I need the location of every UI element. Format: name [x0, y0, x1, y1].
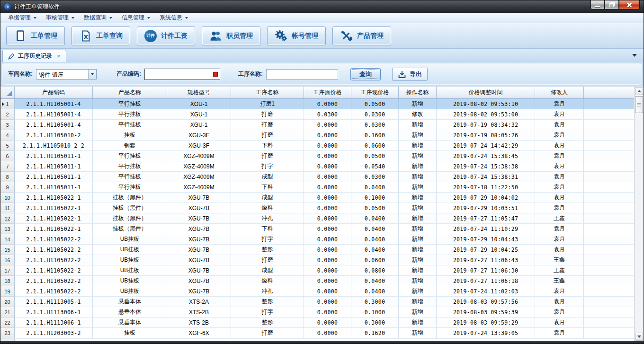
cell: 烧料 — [231, 203, 304, 213]
tab-close-icon[interactable]: × — [57, 53, 61, 59]
workshop-combobox[interactable]: 钢件-锻压 — [36, 69, 97, 79]
row-header[interactable]: 3 — [0, 120, 15, 130]
table-row[interactable]: 172.1.1.H1105022-2UB挂板XGU-7B成型0.00000.08… — [0, 265, 634, 276]
column-header[interactable]: 工序名称 — [231, 87, 304, 98]
cell: 新增 — [399, 276, 437, 286]
cell: 2.1.1.H1105001-4 — [15, 109, 93, 120]
table-row[interactable]: 92.1.1.H1105011-1平行挂板XGZ-4009M下料0.00000.… — [0, 182, 634, 193]
table-row[interactable]: 132.1.1.H1105022-1挂板（黑件）XGU-7B下料0.00000.… — [0, 224, 634, 234]
menu-item-documents[interactable]: 单据管理 — [3, 13, 41, 23]
combobox-dropdown-button[interactable] — [88, 70, 96, 79]
table-row[interactable]: 162.1.1.H1105022-2UB挂板XGU-7B打磨0.00000.06… — [0, 255, 634, 265]
row-header[interactable]: 15 — [0, 245, 15, 255]
row-header[interactable]: 18 — [0, 276, 15, 286]
scroll-up-button[interactable] — [635, 87, 643, 95]
scroll-down-button[interactable] — [635, 333, 643, 341]
menu-item-data-query[interactable]: 数据查询 — [79, 13, 117, 23]
workorder-query-button[interactable]: 工单查询 — [72, 26, 130, 45]
table-row[interactable]: 12.1.1.H1105001-4平行挂板XGU-1打磨10.00000.050… — [0, 99, 634, 109]
table-row[interactable]: 32.1.1.H1105001-4平行挂板XGU-1打磨0.00000.0300… — [0, 120, 634, 130]
account-manage-button[interactable]: 帐号管理 — [267, 26, 326, 45]
row-header[interactable]: 16 — [0, 255, 15, 265]
product-manage-button[interactable]: 产品管理 — [332, 26, 391, 45]
restore-button[interactable] — [605, 0, 619, 9]
cell: 2.1.1.H1113005-1 — [15, 297, 93, 307]
cell: 2019-08-03 09:57:56 — [437, 297, 535, 307]
row-header[interactable]: 10 — [0, 193, 15, 203]
table-row[interactable]: 232.1.1.H1203003-2挂板XGF-6X打磨0.00000.1620… — [0, 328, 634, 338]
tab-process-history[interactable]: 工序历史记录 × — [2, 50, 66, 62]
cell: 0.0500 — [351, 99, 399, 109]
table-row[interactable]: 102.1.1.H1105022-1挂板（黑件）XGU-7B成型0.00000.… — [0, 193, 634, 203]
row-header[interactable]: 22 — [0, 318, 15, 328]
table-row[interactable]: 192.1.1.H1105022-2UB挂板XGU-7B冲孔0.00000.04… — [0, 286, 634, 297]
column-header[interactable]: 工序现价格 — [351, 87, 399, 98]
row-header[interactable]: 19 — [0, 286, 15, 297]
table-row[interactable]: 112.1.1.H1105022-1挂板（黑件）XGU-7B烧料0.00000.… — [0, 203, 634, 213]
cell: 袁月 — [535, 224, 584, 234]
cell: 2019-08-02 09:53:00 — [437, 109, 535, 120]
cell: 0.1000 — [351, 307, 399, 318]
table-row[interactable]: 222.1.1.H1113006-1悬垂本体XTS-2B整形0.00000.30… — [0, 318, 634, 328]
vertical-scrollbar[interactable] — [634, 87, 644, 341]
column-header[interactable]: 修改人 — [535, 87, 584, 98]
table-row[interactable]: 52.1.1.H1105010-2-2钢套XGU-3F下料0.00000.060… — [0, 141, 634, 151]
row-header[interactable]: 5 — [0, 141, 15, 151]
table-row[interactable]: 152.1.1.H1105022-2UB挂板XGU-7B整形0.00000.04… — [0, 245, 634, 255]
row-header[interactable]: 11 — [0, 203, 15, 213]
menu-item-info[interactable]: 信息管理 — [117, 13, 155, 23]
query-button[interactable]: 查询 — [350, 68, 381, 80]
row-header[interactable]: 4 — [0, 130, 15, 141]
row-header[interactable]: 7 — [0, 161, 15, 172]
column-header[interactable]: 操作名称 — [399, 87, 437, 98]
menu-item-audit[interactable]: 审核管理 — [41, 13, 79, 23]
export-button[interactable]: 导出 — [392, 68, 428, 81]
table-row[interactable]: 182.1.1.H1105022-2UB挂板XGU-7B烧料0.00000.04… — [0, 276, 634, 286]
cell: 2.1.1.H1105001-4 — [15, 120, 93, 130]
menu-item-system[interactable]: 系统信息 — [155, 13, 193, 23]
cell: 袁月 — [535, 234, 584, 245]
minimize-button[interactable] — [590, 0, 605, 9]
tab-list-dropdown-icon[interactable] — [632, 54, 637, 57]
column-header[interactable]: 规格型号 — [167, 87, 231, 98]
staff-manage-button[interactable]: 职员管理 — [202, 26, 260, 45]
row-header[interactable]: 17 — [0, 265, 15, 276]
column-header[interactable]: 产品编码 — [15, 87, 93, 98]
column-header[interactable]: 产品名称 — [93, 87, 167, 98]
table-row[interactable]: 42.1.1.H1105010-2挂板XGU-3F打磨0.00000.1600新… — [0, 130, 634, 141]
select-all-corner[interactable] — [0, 87, 15, 98]
table-row[interactable]: 202.1.1.H1113005-1悬垂本体XTS-2A整形0.00000.30… — [0, 297, 634, 307]
product-code-lookup-button[interactable] — [211, 70, 220, 79]
table-row[interactable]: 22.1.1.H1105001-4平行挂板XGU-1打磨0.03000.0300… — [0, 109, 634, 120]
workorder-manage-button[interactable]: 工单管理 — [6, 26, 65, 45]
row-header[interactable]: 6 — [0, 151, 15, 161]
column-header[interactable]: 价格调整时间 — [437, 87, 535, 98]
cell: 王鑫 — [535, 213, 584, 224]
row-header[interactable]: 8 — [0, 172, 15, 182]
table-row[interactable]: 62.1.1.H1105011-1平行挂板XGZ-4009M打磨0.00000.… — [0, 151, 634, 161]
table-row[interactable]: 82.1.1.H1105011-1平行挂板XGZ-4009M成型0.00000.… — [0, 172, 634, 182]
row-header[interactable]: 9 — [0, 182, 15, 193]
row-header[interactable]: 2 — [0, 109, 15, 120]
scrollbar-thumb[interactable] — [635, 96, 643, 113]
column-header[interactable]: 工序原价格 — [304, 87, 351, 98]
cell-filler — [584, 151, 634, 161]
process-name-input[interactable] — [266, 69, 338, 79]
cell: 成型 — [231, 172, 304, 182]
row-header[interactable]: 21 — [0, 307, 15, 318]
close-button[interactable] — [619, 0, 640, 9]
row-header[interactable]: 14 — [0, 234, 15, 245]
row-header[interactable]: 20 — [0, 297, 15, 307]
row-header[interactable]: 13 — [0, 224, 15, 234]
table-row[interactable]: 212.1.1.H1113006-1悬垂本体XTS-2B打字0.00000.10… — [0, 307, 634, 318]
piecework-wage-button[interactable]: 计件 计件工资 — [137, 26, 195, 45]
product-code-input[interactable] — [145, 71, 211, 78]
cell-filler — [584, 318, 634, 328]
table-row[interactable]: 142.1.1.H1105022-2UB挂板XGU-7B打字0.00000.04… — [0, 234, 634, 245]
cell: 0.0000 — [304, 120, 351, 130]
table-row[interactable]: 122.1.1.H1105022-1挂板（黑件）XGU-7B冲孔0.00000.… — [0, 213, 634, 224]
table-row[interactable]: 72.1.1.H1105011-1平行挂板XGZ-4009M打字0.00000.… — [0, 161, 634, 172]
row-header[interactable]: 23 — [0, 328, 15, 338]
row-header[interactable]: 12 — [0, 213, 15, 224]
row-header[interactable]: 1 — [0, 99, 15, 109]
